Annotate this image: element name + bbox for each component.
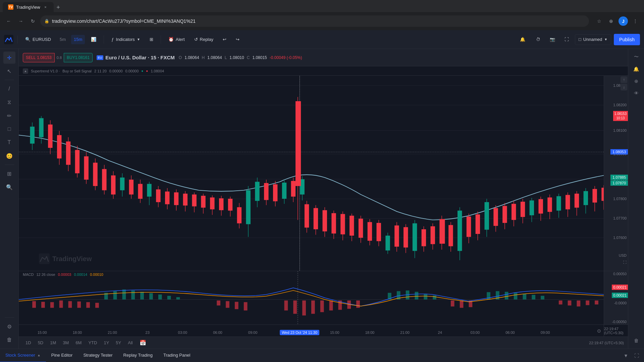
- svg-rect-185: [595, 300, 598, 304]
- replay-icon: ↺: [194, 37, 198, 42]
- tf-5y[interactable]: 5Y: [113, 338, 124, 348]
- currency-label: USD: [619, 253, 627, 257]
- new-tab-button[interactable]: +: [54, 3, 63, 12]
- publish-button[interactable]: Publish: [614, 34, 640, 45]
- delete-tool[interactable]: 🗑: [3, 334, 15, 346]
- text-tool[interactable]: T: [3, 136, 15, 148]
- expand-bottom-button[interactable]: ⛶: [632, 351, 641, 360]
- layout-button[interactable]: ⊞: [146, 34, 157, 45]
- buy-price-display[interactable]: BUY 1.08161: [64, 53, 93, 62]
- tf-ytd[interactable]: YTD: [86, 338, 100, 348]
- trading-panel-label: Trading Panel: [163, 353, 190, 358]
- alert-button[interactable]: ⏰ Alert: [165, 34, 188, 45]
- tf-1d[interactable]: 1D: [23, 338, 34, 348]
- camera-icon: 📷: [550, 37, 555, 42]
- time-axis-wrapper: 15:00 18:00 21:00 23 03:00 06:00 09:00 W…: [19, 324, 628, 337]
- fibonacci-tool[interactable]: ⧖: [3, 96, 15, 108]
- bell-icon: 🔔: [520, 37, 525, 42]
- tf-6m[interactable]: 6M: [73, 338, 84, 348]
- browser-tab-active[interactable]: TV TradingView ×: [3, 2, 54, 12]
- tab-replay-trading[interactable]: Replay Trading: [118, 349, 158, 362]
- calendar-button[interactable]: 📅: [137, 338, 149, 348]
- add-alert-button[interactable]: 🔔: [631, 64, 642, 74]
- tab-trading-panel[interactable]: Trading Panel: [158, 349, 196, 362]
- svg-rect-137: [50, 302, 54, 308]
- sell-price-display[interactable]: SELL 1.08153: [23, 53, 55, 62]
- svg-rect-139: [68, 301, 72, 308]
- svg-rect-180: [541, 296, 544, 300]
- replay-button[interactable]: ↺ Replay: [191, 34, 217, 45]
- back-button[interactable]: ←: [4, 16, 13, 26]
- zoom-tool[interactable]: 🔍: [3, 181, 15, 193]
- macd-canvas[interactable]: MACD 12 26 close 0.00003 0.00014 0.00010: [19, 271, 604, 324]
- fullscreen-button[interactable]: ⛶: [561, 34, 572, 45]
- trend-line-tool[interactable]: /: [3, 83, 15, 95]
- collapse-bottom-button[interactable]: ▼: [621, 351, 631, 360]
- replay-controls[interactable]: ⏱: [533, 34, 544, 45]
- forward-button[interactable]: →: [16, 16, 25, 26]
- main-chart-canvas[interactable]: TradingView: [19, 76, 604, 271]
- svg-rect-161: [329, 300, 333, 310]
- bar-type-button[interactable]: 📊: [88, 34, 100, 45]
- alerts-button[interactable]: 〜: [631, 52, 642, 62]
- indicator-collapse-button[interactable]: ▲: [23, 68, 28, 74]
- bottom-bar: Stock Screener ▲ Pine Editor Strategy Te…: [0, 349, 644, 362]
- price-axis-down[interactable]: ↓: [621, 84, 627, 90]
- indicators-button[interactable]: ƒ Indicators ▼: [108, 34, 144, 45]
- extension-button[interactable]: ⊕: [606, 16, 616, 26]
- macd-val2: 0.00014: [74, 273, 87, 277]
- rectangle-tool[interactable]: □: [3, 123, 15, 135]
- tf-1y[interactable]: 1Y: [101, 338, 112, 348]
- svg-rect-54: [264, 183, 268, 200]
- menu-button[interactable]: ⋮: [631, 16, 640, 26]
- alerts-list-button[interactable]: 🔔: [517, 34, 529, 45]
- profile-button[interactable]: J: [619, 16, 628, 26]
- tab-pine-editor[interactable]: Pine Editor: [46, 349, 78, 362]
- bookmark-button[interactable]: ☆: [594, 16, 604, 26]
- emoji-tool[interactable]: 😊: [3, 150, 15, 162]
- tab-close-button[interactable]: ×: [43, 4, 48, 10]
- screenshot-button[interactable]: 📷: [546, 34, 558, 45]
- tab-strategy-tester[interactable]: Strategy Tester: [78, 349, 118, 362]
- clock-icon: ⏱: [536, 37, 540, 42]
- tf-3m[interactable]: 3M: [60, 338, 71, 348]
- chevron-down-icon: ▼: [137, 38, 140, 41]
- svg-rect-52: [255, 182, 259, 201]
- svg-rect-8: [57, 135, 61, 159]
- timeframe-15m[interactable]: 15m: [71, 35, 85, 44]
- tab-stock-screener[interactable]: Stock Screener ▲: [0, 349, 46, 362]
- timeframe-5m[interactable]: 5m: [57, 35, 68, 44]
- symbol-search[interactable]: 🔍 EURUSD: [22, 34, 54, 45]
- svg-rect-154: [235, 302, 238, 309]
- brush-tool[interactable]: ✏: [3, 110, 15, 122]
- trash-button[interactable]: 🗑: [631, 335, 642, 346]
- magnet-button[interactable]: ⊕: [631, 76, 642, 86]
- price-axis-up[interactable]: ↑: [621, 76, 627, 83]
- indicator-params: 2 11 20: [94, 69, 107, 73]
- redo-button[interactable]: ↪: [232, 34, 243, 45]
- macd-axis-4: -0.0000: [614, 301, 627, 305]
- tf-all[interactable]: All: [125, 338, 135, 348]
- chart-canvas-wrapper: TradingView 1.08300 1.08200 1.08100 1.08…: [19, 76, 628, 271]
- measure-tool[interactable]: ⊞: [3, 168, 15, 180]
- tf-5d[interactable]: 5D: [35, 338, 46, 348]
- time-axis-goto[interactable]: ⊙: [597, 328, 601, 334]
- svg-rect-88: [404, 227, 408, 248]
- expand-icon[interactable]: ⛶: [623, 260, 627, 264]
- tab-favicon: TV: [8, 4, 13, 10]
- macd-axis-1: 0.00050: [613, 272, 627, 276]
- macd-val1: 0.00003: [58, 273, 71, 277]
- undo-button[interactable]: ↩: [219, 34, 230, 45]
- chart-name-button[interactable]: □ Unnamed ▼: [575, 34, 611, 45]
- svg-rect-157: [293, 300, 297, 314]
- current-price-label: 1.08053: [610, 149, 628, 155]
- reload-button[interactable]: ↻: [28, 16, 38, 26]
- tv-logo-button[interactable]: [4, 35, 13, 44]
- time-axis: 15:00 18:00 21:00 23 03:00 06:00 09:00 W…: [19, 324, 604, 337]
- address-bar[interactable]: 🔒 tradingview.com/chart/CAcWu27J/?symbol…: [40, 15, 589, 27]
- eye-button[interactable]: 👁: [631, 88, 642, 99]
- tf-1m[interactable]: 1M: [47, 338, 59, 348]
- cursor-tool[interactable]: ↖: [3, 65, 15, 77]
- crosshair-tool[interactable]: ✛: [3, 52, 15, 64]
- settings-tool[interactable]: ⚙: [3, 320, 15, 333]
